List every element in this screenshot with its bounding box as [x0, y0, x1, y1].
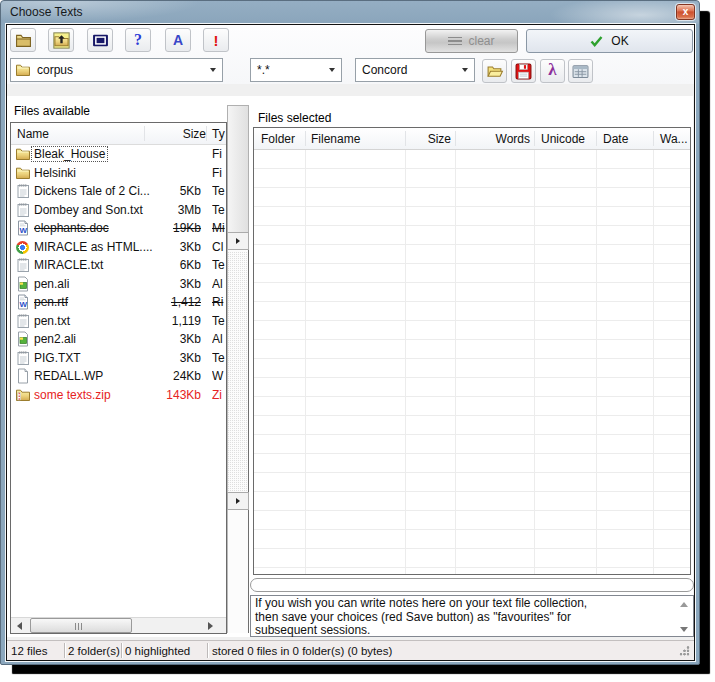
horizontal-scrollbar[interactable]: [11, 617, 226, 633]
scroll-up-icon[interactable]: [680, 602, 688, 607]
tool-combobox[interactable]: Concord: [355, 58, 475, 82]
file-row[interactable]: pen.rtf 1,412 Ri: [11, 293, 226, 312]
help-button[interactable]: ?: [125, 28, 151, 52]
notes-box[interactable]: If you wish you can write notes here on …: [250, 595, 694, 637]
file-name: Dombey and Son.txt: [34, 203, 143, 217]
file-row[interactable]: REDALL.WP 24Kb W: [11, 367, 226, 386]
arrow-left-icon: [17, 622, 22, 630]
combo-folder-icon: [15, 62, 31, 78]
tool-combobox-value: Concord: [362, 63, 407, 77]
scrollbar-track[interactable]: [228, 251, 248, 492]
text-file-icon: [15, 183, 31, 199]
column-size[interactable]: Size: [406, 132, 451, 146]
column-separator: [653, 131, 654, 146]
fullscreen-button[interactable]: [87, 28, 113, 52]
ok-button[interactable]: OK: [526, 29, 693, 53]
file-row[interactable]: pen.ali 3Kb Al: [11, 275, 226, 294]
status-separator: [64, 643, 65, 658]
files-available-header: Name Size Ty: [11, 123, 226, 145]
ali-file-icon: [15, 276, 31, 292]
status-bar: 12 files 2 folder(s) 0 highlighted store…: [7, 640, 694, 660]
column-wa[interactable]: Wa...: [660, 132, 688, 146]
file-row[interactable]: Dickens Tale of 2 Ci... 5Kb Te: [11, 182, 226, 201]
folder-up-button[interactable]: [48, 28, 74, 52]
column-type[interactable]: Ty: [212, 127, 225, 141]
clear-button[interactable]: clear: [425, 29, 518, 53]
file-row[interactable]: Dombey and Son.txt 3Mb Te: [11, 201, 226, 220]
move-right-button-bottom[interactable]: [227, 492, 249, 510]
file-row[interactable]: Bleak_House Fi: [11, 145, 226, 164]
column-words[interactable]: Words: [456, 132, 530, 146]
text-file-icon: [15, 257, 31, 273]
lambda-button[interactable]: λ: [540, 59, 565, 83]
file-row[interactable]: MIRACLE.txt 6Kb Te: [11, 256, 226, 275]
column-date[interactable]: Date: [603, 132, 628, 146]
folder-icon: [15, 32, 32, 49]
clear-button-label: clear: [468, 34, 494, 48]
pattern-combobox[interactable]: *.*: [250, 58, 342, 82]
open-favourites-button[interactable]: [482, 59, 507, 83]
text-file-icon: [15, 313, 31, 329]
move-right-button-top[interactable]: [227, 232, 249, 250]
file-row[interactable]: Helsinki Fi: [11, 164, 226, 183]
monitor-icon: [92, 32, 109, 49]
list-scrollbar[interactable]: [227, 105, 249, 633]
word-file-icon: [15, 294, 31, 310]
warning-button[interactable]: !: [203, 28, 229, 52]
column-separator: [405, 131, 406, 146]
status-highlighted: 0 highlighted: [125, 645, 190, 657]
file-name: some texts.zip: [34, 388, 111, 402]
file-row[interactable]: MIRACLE as HTML.... 3Kb Cl: [11, 238, 226, 257]
arrow-right-icon: [236, 238, 240, 244]
folder-combobox[interactable]: corpus: [10, 58, 223, 82]
file-type: Cl: [212, 240, 227, 254]
chevron-down-icon: [462, 68, 468, 72]
scrollbar-track-bottom[interactable]: [228, 510, 248, 633]
file-row[interactable]: elephants.doc 19Kb Mi: [11, 219, 226, 238]
text-file-icon: [15, 202, 31, 218]
files-selected-grid: Folder Filename Size Words Unicode Date …: [253, 127, 691, 575]
check-icon: [590, 36, 603, 47]
files-available-rows: Bleak_House Fi Helsinki Fi Dickens Tale …: [11, 145, 226, 404]
font-icon: A: [173, 32, 183, 48]
scrollbar-thumb[interactable]: [227, 105, 249, 233]
file-size: 3Kb: [180, 277, 201, 291]
font-button[interactable]: A: [165, 28, 191, 52]
save-favourites-button[interactable]: [511, 59, 536, 83]
resize-grip[interactable]: [679, 645, 690, 656]
notes-title-input[interactable]: [250, 578, 694, 592]
file-row[interactable]: pen2.ali 3Kb Al: [11, 330, 226, 349]
file-size: 1,412: [171, 295, 201, 309]
folder-combobox-value: corpus: [37, 63, 73, 77]
file-name: pen.txt: [34, 314, 70, 328]
scroll-right-button[interactable]: [202, 618, 219, 633]
column-name[interactable]: Name: [17, 127, 49, 141]
file-type: Mi: [212, 221, 227, 235]
file-size: 3Kb: [180, 240, 201, 254]
folder-button[interactable]: [10, 28, 36, 52]
file-row[interactable]: pen.txt 1,119 Te: [11, 312, 226, 331]
file-row[interactable]: PIG.TXT 3Kb Te: [11, 349, 226, 368]
file-name: pen.ali: [34, 277, 69, 291]
column-filename[interactable]: Filename: [311, 132, 360, 146]
help-icon: ?: [134, 31, 142, 49]
scrollbar-thumb[interactable]: [30, 618, 132, 633]
scroll-left-button[interactable]: [11, 618, 28, 633]
close-button[interactable]: x: [676, 4, 695, 20]
grid-line: [305, 150, 306, 574]
folder-icon: [15, 146, 31, 162]
word-file-icon: [15, 220, 31, 236]
column-unicode[interactable]: Unicode: [541, 132, 585, 146]
file-size: 24Kb: [173, 369, 201, 383]
column-folder[interactable]: Folder: [261, 132, 295, 146]
file-row[interactable]: some texts.zip 143Kb Zi: [11, 386, 226, 405]
scroll-down-icon[interactable]: [680, 627, 688, 632]
file-type: Al: [212, 332, 227, 346]
column-size[interactable]: Size: [183, 127, 206, 141]
files-available-list: Name Size Ty Bleak_House Fi Helsinki Fi: [10, 122, 227, 634]
file-type: Al: [212, 277, 227, 291]
file-size: 6Kb: [180, 258, 201, 272]
calculator-button[interactable]: [568, 59, 593, 83]
file-type: Te: [212, 184, 227, 198]
title-bar[interactable]: Choose Texts x: [1, 1, 699, 24]
